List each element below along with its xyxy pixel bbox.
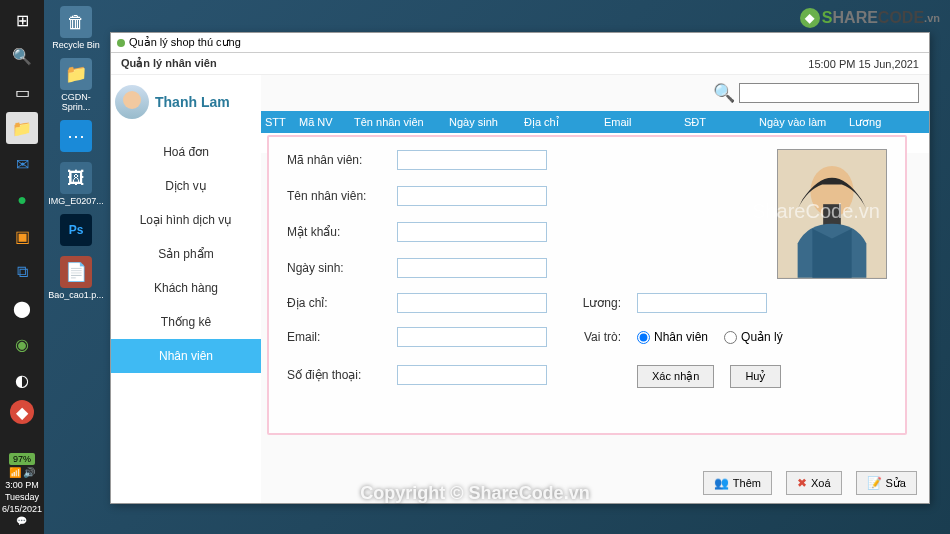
sidebar-item-sanpham[interactable]: Sản phẩm bbox=[111, 237, 261, 271]
taskbar-app-icon[interactable]: ⬤ bbox=[6, 292, 38, 324]
cancel-button[interactable]: Huỷ bbox=[730, 365, 781, 388]
input-sdt[interactable] bbox=[397, 365, 547, 385]
taskbar-time[interactable]: 3:00 PM bbox=[5, 480, 39, 490]
taskbar-sublime-icon[interactable]: ▣ bbox=[6, 220, 38, 252]
sharecode-logo: ◆ SHARECODE.vn bbox=[800, 8, 940, 28]
sidebar-menu: Hoá đơn Dịch vụ Loại hình dịch vụ Sản ph… bbox=[111, 135, 261, 373]
wifi-icon: 📶 bbox=[9, 467, 21, 478]
input-luong[interactable] bbox=[637, 293, 767, 313]
sidebar-item-hoadon[interactable]: Hoá đơn bbox=[111, 135, 261, 169]
desktop-icons: 🗑Recycle Bin 📁CGDN-Sprin... ⋯ 🖼IMG_E0207… bbox=[48, 4, 104, 302]
taskbar-day: Tuesday bbox=[5, 492, 39, 502]
sidebar-item-loaihinh[interactable]: Loại hình dịch vụ bbox=[111, 203, 261, 237]
label-ma: Mã nhân viên: bbox=[287, 153, 387, 167]
app-window: Quản lý shop thú cưng Quản lý nhân viên … bbox=[110, 32, 930, 504]
taskbar-app-icon[interactable]: ◆ bbox=[10, 400, 34, 424]
header-row: Quản lý nhân viên 15:00 PM 15 Jun,2021 bbox=[111, 53, 929, 75]
label-ten: Tên nhân viên: bbox=[287, 189, 387, 203]
confirm-button[interactable]: Xác nhận bbox=[637, 365, 714, 388]
th-luong: Lương bbox=[845, 116, 929, 129]
th-sdt: SĐT bbox=[680, 116, 755, 128]
input-ten[interactable] bbox=[397, 186, 547, 206]
taskbar-search-icon[interactable]: 🔍 bbox=[6, 40, 38, 72]
image-icon: 🖼 bbox=[60, 162, 92, 194]
employee-form-dialog: Mã nhân viên: Tên nhân viên: Mật khẩu: N… bbox=[267, 135, 907, 435]
avatar-icon bbox=[115, 85, 149, 119]
photoshop-icon: Ps bbox=[60, 214, 92, 246]
input-ns[interactable] bbox=[397, 258, 547, 278]
edit-icon: 📝 bbox=[867, 476, 882, 490]
taskbar-notifications-icon[interactable]: 💬 bbox=[16, 516, 27, 526]
th-ngayvaolam: Ngày vào làm bbox=[755, 116, 845, 128]
taskbar-taskview-icon[interactable]: ▭ bbox=[6, 76, 38, 108]
volume-icon: 🔊 bbox=[23, 467, 35, 478]
document-icon: 📄 bbox=[60, 256, 92, 288]
label-ns: Ngày sinh: bbox=[287, 261, 387, 275]
taskbar: ⊞ 🔍 ▭ 📁 ✉ ● ▣ ⧉ ⬤ ◉ ◐ ◆ 97% 📶🔊 3:00 PM T… bbox=[0, 0, 44, 534]
label-mk: Mật khẩu: bbox=[287, 225, 387, 239]
window-titlebar[interactable]: Quản lý shop thú cưng bbox=[111, 33, 929, 53]
add-button[interactable]: 👥Thêm bbox=[703, 471, 772, 495]
taskbar-vscode-icon[interactable]: ⧉ bbox=[6, 256, 38, 288]
tray-icons[interactable]: 📶🔊 bbox=[9, 467, 35, 478]
label-vaitro: Vai trò: bbox=[584, 330, 627, 344]
sidebar-item-nhanvien[interactable]: Nhân viên bbox=[111, 339, 261, 373]
delete-icon: ✖ bbox=[797, 476, 807, 490]
desktop-icon-label: Bao_cao1.p... bbox=[48, 290, 104, 300]
delete-button[interactable]: ✖Xoá bbox=[786, 471, 842, 495]
action-buttons: 👥Thêm ✖Xoá 📝Sửa bbox=[703, 471, 917, 495]
taskbar-app-icon[interactable]: ◐ bbox=[6, 364, 38, 396]
th-email: Email bbox=[600, 116, 680, 128]
input-ma[interactable] bbox=[397, 150, 547, 170]
recycle-bin-icon: 🗑 bbox=[60, 6, 92, 38]
sidebar-item-khachhang[interactable]: Khách hàng bbox=[111, 271, 261, 305]
page-title: Quản lý nhân viên bbox=[121, 57, 217, 70]
search-icon[interactable]: 🔍 bbox=[713, 82, 735, 104]
label-dc: Địa chỉ: bbox=[287, 296, 387, 310]
window-icon bbox=[117, 39, 125, 47]
desktop-icon-doc[interactable]: 📄Bao_cao1.p... bbox=[48, 254, 104, 302]
desktop-icon-label: IMG_E0207... bbox=[48, 196, 104, 206]
employee-photo[interactable] bbox=[777, 149, 887, 279]
taskbar-mail-icon[interactable]: ✉ bbox=[6, 148, 38, 180]
battery-indicator[interactable]: 97% bbox=[9, 453, 35, 465]
window-title: Quản lý shop thú cưng bbox=[129, 36, 241, 49]
desktop-icon-label: Recycle Bin bbox=[52, 40, 100, 50]
radio-quanly[interactable]: Quản lý bbox=[724, 330, 783, 344]
th-stt: STT bbox=[261, 116, 295, 128]
start-button[interactable]: ⊞ bbox=[6, 4, 38, 36]
desktop-icon-recycle[interactable]: 🗑Recycle Bin bbox=[48, 4, 104, 52]
input-dc[interactable] bbox=[397, 293, 547, 313]
logo-badge-icon: ◆ bbox=[800, 8, 820, 28]
sidebar-item-dichvu[interactable]: Dịch vụ bbox=[111, 169, 261, 203]
desktop-icon-ps[interactable]: Ps bbox=[48, 212, 104, 250]
header-datetime: 15:00 PM 15 Jun,2021 bbox=[808, 58, 919, 70]
desktop-icon-app[interactable]: ⋯ bbox=[48, 118, 104, 156]
taskbar-explorer-icon[interactable]: 📁 bbox=[6, 112, 38, 144]
radio-nhanvien[interactable]: Nhân viên bbox=[637, 330, 708, 344]
th-ten: Tên nhân viên bbox=[350, 116, 445, 128]
taskbar-spotify-icon[interactable]: ● bbox=[6, 184, 38, 216]
desktop-icon-image[interactable]: 🖼IMG_E0207... bbox=[48, 160, 104, 208]
user-name: Thanh Lam bbox=[155, 94, 230, 110]
th-ngaysinh: Ngày sinh bbox=[445, 116, 520, 128]
desktop-icon-label: CGDN-Sprin... bbox=[50, 92, 102, 112]
add-icon: 👥 bbox=[714, 476, 729, 490]
edit-button[interactable]: 📝Sửa bbox=[856, 471, 917, 495]
th-manv: Mã NV bbox=[295, 116, 350, 128]
sidebar-item-thongke[interactable]: Thống kê bbox=[111, 305, 261, 339]
user-block: Thanh Lam bbox=[111, 75, 261, 129]
search-input[interactable] bbox=[739, 83, 919, 103]
taskbar-app-icon[interactable]: ◉ bbox=[6, 328, 38, 360]
label-luong: Lương: bbox=[583, 296, 627, 310]
desktop-icon-folder[interactable]: 📁CGDN-Sprin... bbox=[48, 56, 104, 114]
label-email: Email: bbox=[287, 330, 387, 344]
app-icon: ⋯ bbox=[60, 120, 92, 152]
th-diachi: Địa chỉ bbox=[520, 116, 600, 129]
input-email[interactable] bbox=[397, 327, 547, 347]
sidebar: Thanh Lam Hoá đơn Dịch vụ Loại hình dịch… bbox=[111, 75, 261, 503]
input-mk[interactable] bbox=[397, 222, 547, 242]
table-header: STT Mã NV Tên nhân viên Ngày sinh Địa ch… bbox=[261, 111, 929, 133]
label-sdt: Số điện thoại: bbox=[287, 368, 387, 382]
taskbar-date: 6/15/2021 bbox=[2, 504, 42, 514]
